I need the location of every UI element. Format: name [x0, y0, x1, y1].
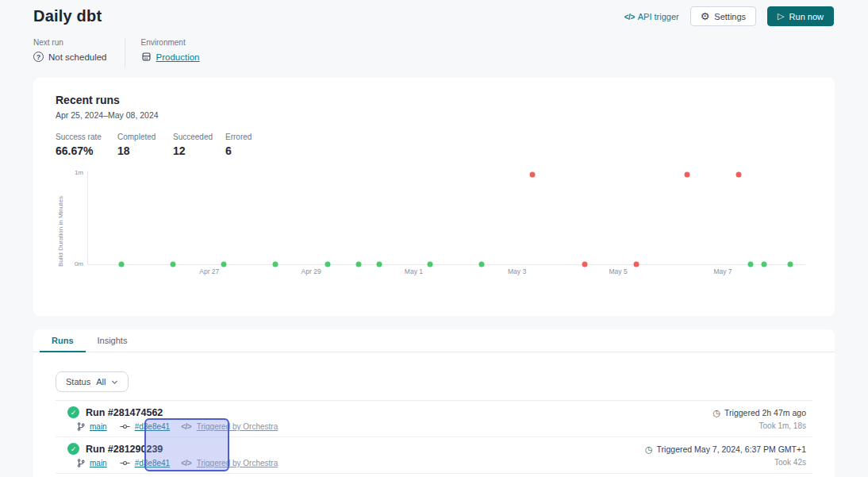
run-row-1[interactable]: ✓ Run #281474562 main [56, 401, 812, 437]
environment-link[interactable]: Production [156, 52, 200, 62]
run-dot-succeeded[interactable] [221, 262, 226, 267]
next-run-value: Not scheduled [48, 52, 107, 62]
stat-succeeded: Succeeded 12 [173, 133, 225, 157]
y-tick-1m: 1m [75, 169, 83, 176]
git-branch-icon [77, 422, 85, 431]
run-dot-succeeded[interactable] [788, 262, 793, 267]
commit-icon [120, 460, 130, 467]
run-dot-succeeded[interactable] [377, 262, 382, 267]
x-tick-label: Apr 29 [301, 267, 321, 275]
code-icon: </> [181, 422, 191, 431]
filter-bar: Status All [33, 352, 835, 400]
tab-bar: Runs Insights [33, 329, 835, 352]
run-dot-errored[interactable] [530, 171, 536, 177]
api-trigger-label: API trigger [638, 12, 679, 21]
trigger-source-link[interactable]: </> Triggered by Orchestra [181, 459, 278, 467]
run-row-2[interactable]: ✓ Run #281290239 main [56, 437, 812, 474]
run-title: Run #281474562 [86, 407, 163, 418]
run-duration: Took 1m, 18s [759, 421, 806, 430]
x-tick-label: Apr 27 [199, 267, 219, 275]
recent-runs-title: Recent runs [56, 94, 812, 106]
run-dot-succeeded[interactable] [170, 262, 175, 267]
next-run-label: Next run [33, 38, 107, 47]
settings-label: Settings [714, 12, 746, 21]
duration-chart: Build Duration in Minutes 1m 0m Apr 27Ap… [56, 170, 812, 285]
meta-divider [125, 38, 125, 67]
run-now-label: Run now [789, 12, 824, 21]
chevron-down-icon [111, 379, 118, 385]
run-dot-succeeded[interactable] [118, 262, 124, 267]
commit-link[interactable]: #d3e8e41 [135, 459, 171, 467]
page-header: Daily dbt </>API trigger ⚙ Settings ▷ Ru… [0, 0, 868, 30]
status-filter-value: All [96, 377, 106, 387]
tab-insights[interactable]: Insights [86, 329, 140, 352]
branch-link[interactable]: main [90, 422, 107, 431]
recent-runs-card: Recent runs Apr 25, 2024–May 08, 2024 Su… [33, 78, 835, 316]
triggered-at: Triggered 2h 47m ago [724, 408, 806, 417]
status-filter-label: Status [66, 377, 90, 387]
y-tick-0m: 0m [75, 260, 83, 267]
trigger-source-link[interactable]: </> Triggered by Orchestra [181, 422, 278, 431]
api-trigger-link[interactable]: </>API trigger [624, 12, 679, 21]
stat-success-rate: Success rate 66.67% [56, 133, 117, 157]
stat-completed: Completed 18 [117, 133, 173, 157]
environment-label: Environment [141, 38, 200, 47]
run-title: Run #281290239 [86, 444, 163, 455]
next-run-group: Next run ? Not scheduled [33, 38, 107, 67]
question-circle-icon: ? [33, 52, 44, 62]
chart-plot: 1m 0m Apr 27Apr 29May 1May 3May 5May 7 [87, 171, 805, 265]
commit-icon [120, 423, 130, 430]
job-meta: Next run ? Not scheduled Environment [0, 38, 868, 67]
run-dot-succeeded[interactable] [428, 262, 433, 267]
clock-icon: ◷ [712, 409, 720, 417]
git-branch-icon [77, 459, 85, 467]
runs-card: Runs Insights Status All ✓ Run #28147 [33, 329, 835, 477]
tab-runs[interactable]: Runs [40, 329, 86, 352]
run-dot-errored[interactable] [684, 171, 689, 177]
gear-icon: ⚙ [701, 11, 710, 21]
environment-database-icon [141, 52, 152, 62]
job-page: Daily dbt </>API trigger ⚙ Settings ▷ Ru… [0, 0, 868, 477]
page-title: Daily dbt [33, 7, 102, 25]
x-tick-label: May 5 [609, 267, 627, 275]
play-icon: ▷ [778, 12, 784, 21]
date-range: Apr 25, 2024–May 08, 2024 [56, 110, 812, 120]
code-icon: </> [181, 459, 191, 467]
triggered-at: Triggered May 7, 2024, 6:37 PM GMT+1 [657, 444, 806, 454]
run-dot-errored[interactable] [735, 171, 741, 177]
run-dot-succeeded[interactable] [762, 262, 767, 267]
run-dot-succeeded[interactable] [272, 262, 278, 267]
run-dot-errored[interactable] [633, 262, 639, 267]
run-dot-succeeded[interactable] [325, 262, 330, 267]
success-check-icon: ✓ [67, 443, 79, 455]
stat-errored: Errored 6 [225, 133, 252, 157]
header-actions: </>API trigger ⚙ Settings ▷ Run now [624, 6, 834, 26]
success-check-icon: ✓ [67, 406, 79, 418]
runs-list: ✓ Run #281474562 main [56, 400, 812, 474]
stats-row: Success rate 66.67% Completed 18 Succeed… [56, 133, 812, 157]
run-dot-succeeded[interactable] [748, 262, 754, 267]
clock-icon: ◷ [645, 445, 653, 454]
run-dot-succeeded[interactable] [479, 262, 485, 267]
settings-button[interactable]: ⚙ Settings [690, 6, 756, 26]
x-tick-label: May 1 [405, 267, 423, 275]
branch-link[interactable]: main [90, 459, 107, 467]
run-duration: Took 42s [774, 458, 806, 467]
x-tick-label: May 7 [713, 267, 732, 275]
run-dot-errored[interactable] [582, 262, 587, 267]
x-tick-label: May 3 [508, 267, 526, 275]
run-dot-succeeded[interactable] [355, 262, 361, 267]
run-now-button[interactable]: ▷ Run now [767, 6, 834, 26]
status-filter-dropdown[interactable]: Status All [56, 371, 129, 392]
environment-group: Environment Production [141, 38, 200, 67]
code-icon: </> [624, 13, 635, 21]
chart-y-axis-label: Build Duration in Minutes [57, 173, 64, 267]
commit-link[interactable]: #d3e8e41 [135, 422, 171, 431]
